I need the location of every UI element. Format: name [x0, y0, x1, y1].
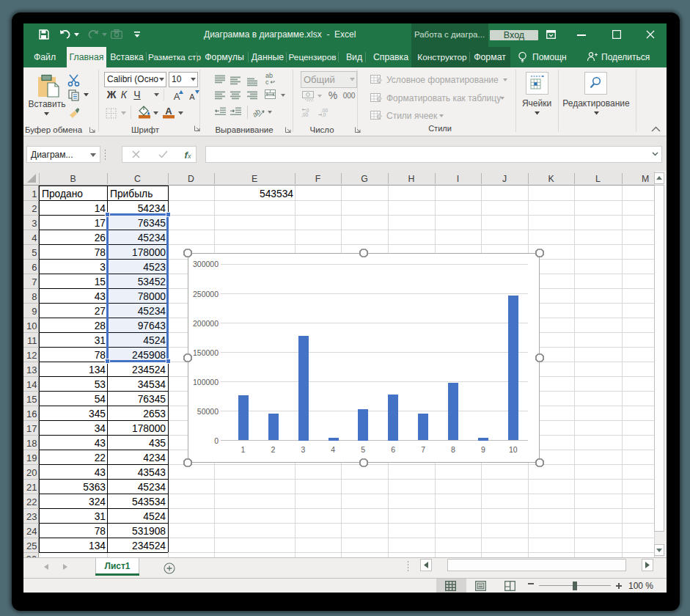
svg-text:c: c	[265, 78, 269, 85]
svg-text:А: А	[165, 106, 172, 117]
svg-text:,00: ,00	[301, 112, 308, 117]
svg-text:,0: ,0	[322, 112, 326, 117]
svg-text:ab: ab	[253, 107, 263, 118]
